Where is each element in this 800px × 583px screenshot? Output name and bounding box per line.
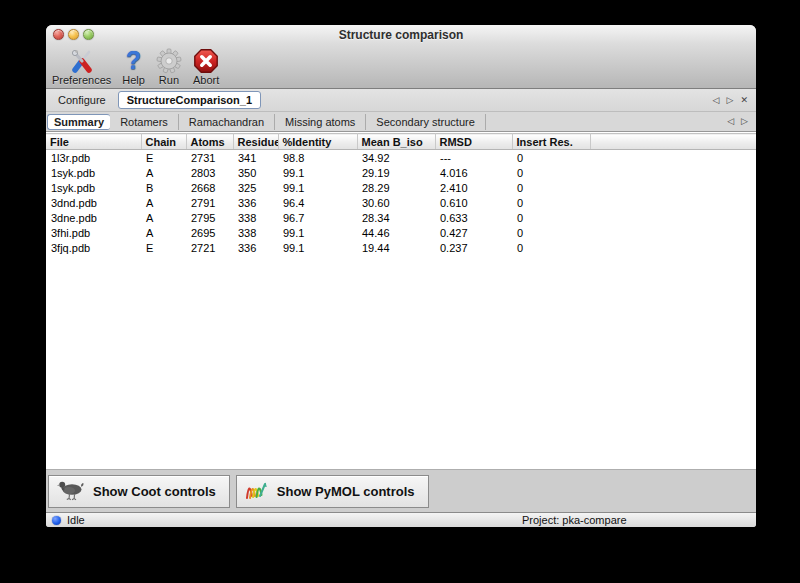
cell-chain: A <box>141 210 186 225</box>
tab-close-icon[interactable]: ✕ <box>740 96 748 105</box>
cell-extra <box>590 165 756 180</box>
show-coot-controls-button[interactable]: Show Coot controls <box>48 475 230 508</box>
help-label: Help <box>122 74 145 86</box>
cell-atoms: 2803 <box>186 165 233 180</box>
table-row[interactable]: 1syk.pdb A 2803 350 99.1 29.19 4.016 0 <box>46 165 756 180</box>
window-chrome: Structure comparison Preferences <box>46 25 756 89</box>
cell-identity: 99.1 <box>278 225 357 240</box>
cell-identity: 96.4 <box>278 195 357 210</box>
controls-band: Show Coot controls Show PyMOL controls <box>46 469 756 512</box>
cell-chain: A <box>141 165 186 180</box>
tab-ramachandran[interactable]: Ramachandran <box>179 114 275 130</box>
column-header-mean-b-iso[interactable]: Mean B_iso <box>357 134 435 150</box>
cell-mean-b-iso: 44.46 <box>357 225 435 240</box>
cell-extra <box>590 240 756 255</box>
cell-mean-b-iso: 28.34 <box>357 210 435 225</box>
cell-residues: 341 <box>233 150 278 166</box>
gear-icon <box>156 47 182 74</box>
cell-file: 1l3r.pdb <box>46 150 141 166</box>
help-icon: ? <box>126 47 141 74</box>
cell-insert-res: 0 <box>512 165 590 180</box>
cell-atoms: 2795 <box>186 210 233 225</box>
abort-button[interactable]: Abort <box>189 47 223 86</box>
cell-mean-b-iso: 19.44 <box>357 240 435 255</box>
table-row[interactable]: 3dnd.pdb A 2791 336 96.4 30.60 0.610 0 <box>46 195 756 210</box>
cell-atoms: 2791 <box>186 195 233 210</box>
tab-configure[interactable]: Configure <box>46 92 118 108</box>
tab-structure-comparison-1[interactable]: StructureComparison_1 <box>118 91 261 109</box>
cell-insert-res: 0 <box>512 240 590 255</box>
tools-icon <box>68 47 95 74</box>
column-header-chain[interactable]: Chain <box>141 134 186 150</box>
cell-residues: 338 <box>233 210 278 225</box>
cell-mean-b-iso: 28.29 <box>357 180 435 195</box>
cell-rmsd: 0.427 <box>435 225 512 240</box>
show-coot-controls-label: Show Coot controls <box>93 484 216 499</box>
table-row[interactable]: 1l3r.pdb E 2731 341 98.8 34.92 --- 0 <box>46 150 756 166</box>
cell-chain: E <box>141 240 186 255</box>
cell-atoms: 2668 <box>186 180 233 195</box>
table-header-row: File Chain Atoms Residues %Identity Mean… <box>46 134 756 150</box>
table-row[interactable]: 3fjq.pdb E 2721 336 99.1 19.44 0.237 0 <box>46 240 756 255</box>
cell-residues: 325 <box>233 180 278 195</box>
summary-panel: File Chain Atoms Residues %Identity Mean… <box>46 132 756 469</box>
page-tab-bar: Configure StructureComparison_1 ◁ ▷ ✕ <box>46 89 756 112</box>
cell-atoms: 2731 <box>186 150 233 166</box>
cell-identity: 98.8 <box>278 150 357 166</box>
cell-extra <box>590 195 756 210</box>
table-row[interactable]: 3dne.pdb A 2795 338 96.7 28.34 0.633 0 <box>46 210 756 225</box>
tab-next-icon[interactable]: ▷ <box>741 117 748 126</box>
status-bar: Idle Project: pka-compare <box>46 512 756 527</box>
cell-residues: 350 <box>233 165 278 180</box>
show-pymol-controls-label: Show PyMOL controls <box>277 484 415 499</box>
cell-insert-res: 0 <box>512 180 590 195</box>
view-tab-bar: Summary Rotamers Ramachandran Missing at… <box>46 112 756 132</box>
cell-chain: E <box>141 150 186 166</box>
project-label: Project: pka-compare <box>522 514 627 526</box>
tab-rotamers[interactable]: Rotamers <box>110 114 179 130</box>
pymol-ribbon-icon <box>244 477 270 507</box>
title-bar[interactable]: Structure comparison <box>46 25 756 44</box>
help-button[interactable]: ? Help <box>118 47 149 86</box>
preferences-button[interactable]: Preferences <box>48 47 115 86</box>
column-header-file[interactable]: File <box>46 134 141 150</box>
run-label: Run <box>159 74 179 86</box>
abort-icon <box>193 47 219 74</box>
tab-prev-icon[interactable]: ◁ <box>713 96 720 105</box>
cell-extra <box>590 210 756 225</box>
column-header-atoms[interactable]: Atoms <box>186 134 233 150</box>
cell-insert-res: 0 <box>512 150 590 166</box>
run-button[interactable]: Run <box>152 47 186 86</box>
tab-secondary-structure[interactable]: Secondary structure <box>366 114 485 130</box>
cell-file: 3fjq.pdb <box>46 240 141 255</box>
tab-missing-atoms[interactable]: Missing atoms <box>275 114 366 130</box>
cell-residues: 336 <box>233 240 278 255</box>
tab-summary[interactable]: Summary <box>47 114 110 130</box>
cell-identity: 99.1 <box>278 240 357 255</box>
cell-rmsd: --- <box>435 150 512 166</box>
table-row[interactable]: 1syk.pdb B 2668 325 99.1 28.29 2.410 0 <box>46 180 756 195</box>
cell-file: 3dnd.pdb <box>46 195 141 210</box>
cell-mean-b-iso: 34.92 <box>357 150 435 166</box>
show-pymol-controls-button[interactable]: Show PyMOL controls <box>236 475 429 508</box>
page-tab-nav: ◁ ▷ ✕ <box>713 89 748 111</box>
column-header-identity[interactable]: %Identity <box>278 134 357 150</box>
cell-file: 1syk.pdb <box>46 180 141 195</box>
column-header-residues[interactable]: Residues <box>233 134 278 150</box>
toolbar: Preferences ? Help <box>48 44 756 88</box>
cell-rmsd: 0.237 <box>435 240 512 255</box>
cell-file: 1syk.pdb <box>46 165 141 180</box>
cell-chain: A <box>141 225 186 240</box>
column-header-rmsd[interactable]: RMSD <box>435 134 512 150</box>
tab-next-icon[interactable]: ▷ <box>727 96 734 105</box>
cell-extra <box>590 180 756 195</box>
status-indicator-icon <box>52 516 61 525</box>
structure-comparison-window: Structure comparison Preferences <box>46 25 756 527</box>
tab-prev-icon[interactable]: ◁ <box>727 117 734 126</box>
cell-insert-res: 0 <box>512 195 590 210</box>
cell-rmsd: 0.633 <box>435 210 512 225</box>
cell-residues: 336 <box>233 195 278 210</box>
table-row[interactable]: 3fhi.pdb A 2695 338 99.1 44.46 0.427 0 <box>46 225 756 240</box>
column-header-insert-res[interactable]: Insert Res. <box>512 134 590 150</box>
cell-atoms: 2721 <box>186 240 233 255</box>
